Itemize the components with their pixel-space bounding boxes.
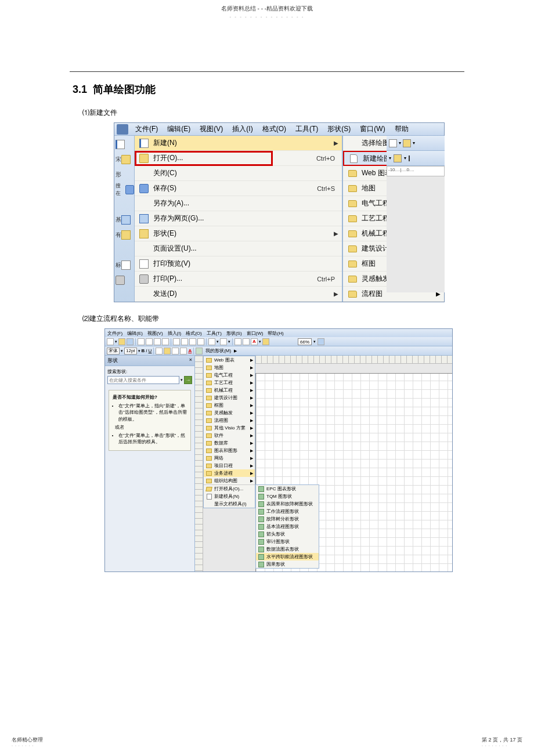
ss2-menu-item[interactable]: 插入(I) xyxy=(168,330,182,337)
shapes-footer-item[interactable]: 打开模具(O)... xyxy=(204,485,255,493)
shapes-category-item[interactable]: 机械工程▶ xyxy=(204,386,255,394)
ss2-menu-item[interactable]: 格式(O) xyxy=(186,330,202,337)
font-size-box[interactable]: 12pt xyxy=(124,348,137,355)
shapes-category-item[interactable]: 数据库▶ xyxy=(204,439,255,447)
shapes-category-item[interactable]: 项目日程▶ xyxy=(204,462,255,469)
italic-icon[interactable]: I xyxy=(146,348,147,353)
file-menu-item[interactable]: 打印预览(V) xyxy=(135,256,342,272)
stencil-item[interactable]: 基本流程图形状 xyxy=(256,523,319,530)
align-left-icon[interactable] xyxy=(156,348,163,355)
underline-icon[interactable]: U xyxy=(149,348,152,353)
text-icon[interactable]: A xyxy=(251,338,258,345)
shapes-category-item[interactable]: 框图▶ xyxy=(204,401,255,409)
shapes-footer-item[interactable]: 新建模具(N) xyxy=(204,493,255,500)
ss2-menu-item[interactable]: 工具(T) xyxy=(207,330,222,337)
fill-icon[interactable] xyxy=(262,338,269,345)
stencil-item[interactable]: 工作流程图形状 xyxy=(256,508,319,515)
file-menu-item[interactable]: 新建(N)▶ xyxy=(135,136,342,151)
shapes-category-item[interactable]: 电气工程▶ xyxy=(204,371,255,379)
menu-shape[interactable]: 形状(S) xyxy=(323,122,355,136)
ss2-menu-item[interactable]: 帮助(H) xyxy=(268,330,283,337)
save-icon[interactable] xyxy=(127,338,134,345)
search-go-button[interactable]: → xyxy=(184,376,192,384)
help-icon[interactable] xyxy=(317,338,324,345)
menu-edit[interactable]: 编辑(E) xyxy=(163,122,195,136)
open-icon[interactable] xyxy=(118,338,125,345)
shapes-category-item[interactable]: Web 图表▶ xyxy=(204,356,255,364)
menu-file[interactable]: 文件(F) xyxy=(131,122,163,136)
search-dropdown-icon[interactable]: ▾ xyxy=(181,378,183,382)
file-menu-item[interactable]: 形状(E)▶ xyxy=(135,226,342,241)
shapes-category-item[interactable]: 组织结构图▶ xyxy=(204,477,255,484)
file-menu-item[interactable]: 打开(O)...Ctrl+O xyxy=(135,151,342,166)
shape-icon[interactable] xyxy=(121,230,131,240)
shapes-category-item[interactable]: 业务进程▶ xyxy=(204,469,255,477)
menu-tools[interactable]: 工具(T) xyxy=(291,122,323,136)
menu-window[interactable]: 窗口(W) xyxy=(355,122,389,136)
stencil-item[interactable]: EPC 图表形状 xyxy=(256,485,319,493)
stencil-item[interactable]: 因果形状 xyxy=(256,560,319,568)
new-icon[interactable] xyxy=(116,140,125,149)
font-family-box[interactable]: 宋体 xyxy=(107,348,120,355)
file-menu-item[interactable]: 关闭(C) xyxy=(135,166,342,181)
align-right-icon[interactable] xyxy=(172,348,179,355)
search-input[interactable] xyxy=(107,376,179,384)
pointer-icon[interactable] xyxy=(389,139,397,147)
ss2-menu-item[interactable]: 视图(V) xyxy=(147,330,163,337)
close-icon[interactable]: × xyxy=(189,357,192,364)
file-menu-item[interactable]: 打印(P)...Ctrl+P xyxy=(135,272,342,287)
shapes-category-item[interactable]: 其他 Visio 方案▶ xyxy=(204,424,255,432)
pointer-icon[interactable] xyxy=(234,338,241,345)
font-color-icon[interactable]: A xyxy=(188,348,192,353)
print-icon[interactable] xyxy=(116,276,125,285)
my-shapes-label[interactable]: 我的形状(M) xyxy=(204,348,233,354)
shapes-category-item[interactable]: 地图▶ xyxy=(204,364,255,371)
shapes-category-item[interactable]: 流程图▶ xyxy=(204,417,255,424)
zoom-box[interactable]: 66% xyxy=(298,338,312,345)
preview-icon[interactable] xyxy=(121,261,131,270)
connector-icon[interactable] xyxy=(243,338,250,345)
menu-view[interactable]: 视图(V) xyxy=(195,122,228,136)
file-menu-item[interactable]: 另存为(A)... xyxy=(135,196,342,211)
format-painter-icon[interactable] xyxy=(197,338,204,345)
research-icon[interactable] xyxy=(162,338,169,345)
menu-insert[interactable]: 插入(I) xyxy=(228,122,257,136)
line-icon[interactable] xyxy=(409,155,410,161)
new-icon[interactable] xyxy=(107,338,114,345)
redo-icon[interactable] xyxy=(220,338,227,345)
cut-icon[interactable] xyxy=(173,338,180,345)
web-icon[interactable] xyxy=(121,215,131,225)
ss2-menu-item[interactable]: 文件(F) xyxy=(107,330,122,337)
undo-icon[interactable] xyxy=(208,338,215,345)
align-justify-icon[interactable] xyxy=(180,348,187,355)
stencil-item[interactable]: 水平跨职能流程图形状 xyxy=(256,553,319,560)
spell-icon[interactable] xyxy=(154,338,161,345)
stencil-item[interactable]: 审计图形状 xyxy=(256,538,319,545)
file-menu-item[interactable]: 发送(D)▶ xyxy=(135,287,342,302)
stencil-item[interactable]: 故障树分析形状 xyxy=(256,515,319,523)
shapes-category-item[interactable]: 建筑设计图▶ xyxy=(204,394,255,401)
paste-icon[interactable] xyxy=(189,338,196,345)
ss2-menu-item[interactable]: 编辑(E) xyxy=(127,330,143,337)
print-icon[interactable] xyxy=(138,338,145,345)
stencil-item[interactable]: 表因果和故障树图形状 xyxy=(256,500,319,508)
shapes-category-item[interactable]: 网络▶ xyxy=(204,454,255,462)
shapes-category-item[interactable]: 图表和图形▶ xyxy=(204,447,255,454)
stencil-item[interactable]: 数据流图表形状 xyxy=(256,545,319,553)
preview-icon[interactable] xyxy=(146,338,153,345)
ss2-menu-item[interactable]: 窗口(W) xyxy=(247,330,264,337)
open-icon[interactable] xyxy=(121,155,131,164)
stencil-item[interactable]: TQM 图形状 xyxy=(256,493,319,500)
shapes-footer-item[interactable]: 显示文档模具(I) xyxy=(204,500,255,508)
connector-icon[interactable] xyxy=(403,139,411,147)
shapes-category-item[interactable]: 软件▶ xyxy=(204,432,255,439)
save-icon[interactable] xyxy=(125,185,134,194)
file-menu-item[interactable]: 页面设置(U)... xyxy=(135,241,342,256)
shapes-category-item[interactable]: 工艺工程▶ xyxy=(204,379,255,386)
fill-icon[interactable] xyxy=(394,154,402,162)
menu-format[interactable]: 格式(O) xyxy=(258,122,291,136)
stencil-item[interactable]: 箭头形状 xyxy=(256,530,319,538)
copy-icon[interactable] xyxy=(181,338,188,345)
file-menu-item[interactable]: 保存(S)Ctrl+S xyxy=(135,181,342,196)
file-menu-item[interactable]: 另存为网页(G)... xyxy=(135,211,342,226)
